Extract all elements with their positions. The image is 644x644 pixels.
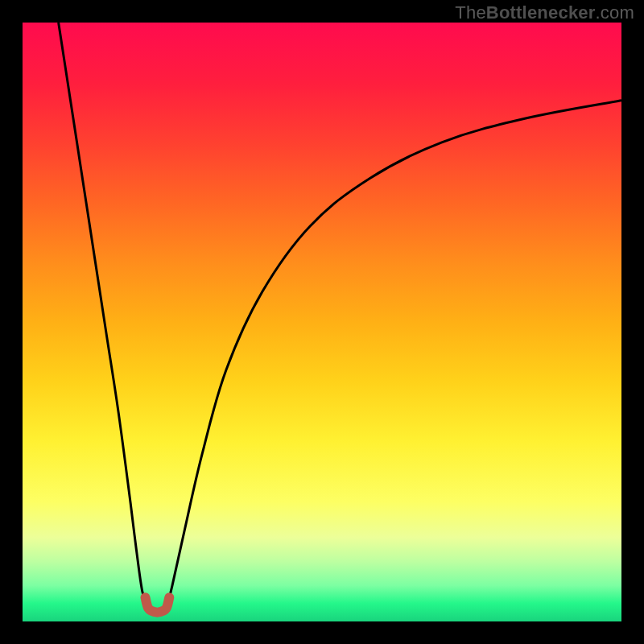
left-branch-path <box>59 23 149 609</box>
watermark-suffix: .com <box>596 2 634 23</box>
chart-stage: TheBottlenecker.com <box>0 0 644 644</box>
watermark-prefix: The <box>455 2 486 23</box>
right-branch-path <box>167 101 621 609</box>
trough-highlight-path <box>146 597 170 612</box>
watermark-bold: Bottlenecker <box>486 2 596 23</box>
watermark: TheBottlenecker.com <box>455 2 634 23</box>
curve-layer <box>23 23 621 621</box>
plot-area <box>23 23 621 621</box>
